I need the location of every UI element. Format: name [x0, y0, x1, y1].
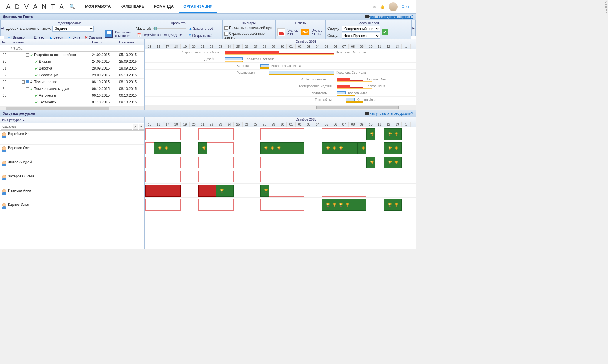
workload-cell[interactable]: 🏆 — [216, 185, 234, 197]
gantt-help-link[interactable]: как спланировать проект? — [365, 15, 413, 19]
workload-cell[interactable] — [260, 171, 304, 182]
workload-cell[interactable]: 🏆🏆 — [154, 142, 181, 154]
task-hscroll[interactable] — [0, 106, 144, 110]
resource-row[interactable]: Карпов Илья24161284 — [0, 201, 144, 215]
goto-today-button[interactable]: 📅Перейти к текущей дате — [136, 32, 186, 38]
workload-cell[interactable]: 🏆🏆🏆 — [260, 142, 304, 154]
task-row[interactable]: 34-✔Тестирование модуля06.10.201508.10.2… — [0, 85, 144, 92]
workload-cell[interactable] — [322, 185, 366, 197]
task-row[interactable]: 33-4. Тестирование06.10.201508.10.2015 — [0, 79, 144, 85]
save-button[interactable]: Сохранить изменения — [114, 30, 131, 38]
task-row[interactable]: 35✔Автотесты06.10.201506.10.2015 — [0, 92, 144, 99]
col-num[interactable]: № — [0, 39, 9, 45]
hide-completed-checkbox[interactable]: Скрыть завершённые задачи — [224, 32, 273, 40]
username[interactable]: Олег — [402, 5, 410, 9]
gantt-bar[interactable] — [225, 51, 334, 54]
like-icon[interactable]: 👍 — [380, 5, 385, 9]
workload-cell[interactable]: 🏆🏆🏆🏆 — [322, 199, 366, 211]
timeline-hscroll[interactable] — [145, 105, 416, 110]
gantt-bar[interactable] — [337, 78, 363, 81]
expand-icon[interactable]: - — [26, 53, 29, 57]
gantt-area: № Название Начало Окончание 29-✔Разработ… — [0, 39, 416, 110]
workload-cell[interactable] — [198, 128, 234, 140]
baseline-top-select[interactable]: Оперативный план — [342, 26, 380, 32]
task-row[interactable]: 31✔Верстка28.09.201528.09.2015 — [0, 65, 144, 72]
task-row[interactable]: 32✔Реализация29.09.201505.10.2015 — [0, 72, 144, 79]
workload-cell[interactable] — [260, 128, 304, 140]
expand-icon[interactable]: - — [22, 80, 25, 84]
workload-cell[interactable] — [260, 199, 304, 211]
collapse-all-button[interactable]: ▲Закрыть всё — [187, 26, 214, 31]
toolbar-scroll-right[interactable]: ► — [411, 20, 416, 36]
workload-cell[interactable] — [198, 171, 234, 182]
workload-cell[interactable] — [145, 171, 181, 182]
col-end[interactable]: Окончание — [117, 39, 144, 45]
nav-организация[interactable]: ОРГАНИЗАЦИЯ — [179, 1, 217, 13]
workload-cell[interactable]: 🏆 — [260, 185, 269, 197]
task-search-input[interactable] — [9, 45, 144, 51]
task-row[interactable]: 29-✔Разработка интерфейсов24.09.201505.1… — [0, 52, 144, 58]
workload-cell[interactable] — [145, 199, 181, 211]
resource-name-col[interactable]: Имя ресурса ▲ — [0, 117, 144, 123]
task-row[interactable]: 30✔Дизайн24.09.201525.09.2015 — [0, 58, 144, 65]
element-type-select[interactable]: Задача — [52, 26, 94, 32]
toolbar-scroll-left[interactable]: ◄ — [0, 20, 4, 36]
nav-команда[interactable]: КОМАНДА — [150, 1, 178, 13]
workload-cell[interactable] — [269, 185, 304, 197]
workload-cell[interactable] — [145, 142, 154, 154]
workload-cell[interactable]: 🏆🏆 — [384, 128, 402, 140]
avatar[interactable] — [389, 2, 398, 11]
resource-row[interactable]: Воронов Олег24161284 — [0, 145, 144, 159]
gantt-bar[interactable] — [269, 71, 334, 74]
workload-cell[interactable]: 🏆🏆 — [384, 199, 402, 211]
expand-all-button[interactable]: ▽Открыть всё — [187, 33, 214, 38]
workload-cell[interactable] — [322, 171, 366, 182]
col-name[interactable]: Название — [9, 39, 90, 45]
baseline-bottom-select[interactable]: Факт-Прогноз — [342, 33, 380, 39]
resources-help-link[interactable]: как управлять ресурсами? — [365, 111, 413, 116]
gantt-bar[interactable] — [346, 98, 355, 101]
resource-row[interactable]: Жуков Андрей24161284 — [0, 159, 144, 173]
search-icon[interactable]: 🔍 — [69, 4, 75, 9]
col-start[interactable]: Начало — [90, 39, 117, 45]
workload-cell[interactable]: 🏆 — [366, 157, 375, 168]
gantt-bar[interactable] — [337, 91, 346, 94]
workload-cell[interactable] — [198, 199, 234, 211]
workload-cell[interactable] — [198, 185, 216, 197]
apply-baseline-button[interactable]: ✔ — [382, 29, 388, 35]
workload-cell[interactable] — [322, 157, 366, 168]
workload-cell[interactable] — [145, 157, 181, 168]
workload-cell[interactable] — [322, 128, 366, 140]
mail-icon[interactable]: ✉ — [373, 5, 376, 9]
day-cell: 22 — [207, 122, 216, 127]
gantt-bar[interactable] — [337, 85, 363, 88]
workload-cell[interactable]: 🏆🏆🏆 — [322, 142, 357, 154]
critical-path-checkbox[interactable]: Показать критический путь — [224, 26, 273, 30]
workload-cell[interactable]: 🏆 — [366, 128, 375, 140]
resource-row[interactable]: Иванова Анна24161284 — [0, 187, 144, 201]
clear-filter-button[interactable]: × — [133, 124, 138, 130]
nav-моя работа[interactable]: МОЯ РАБОТА — [81, 1, 115, 13]
resources-timeline: Октябрь 2015 151617181920212223242526272… — [145, 117, 416, 249]
filter-dropdown-button[interactable]: ▾ — [139, 124, 144, 130]
workload-cell[interactable] — [145, 128, 181, 140]
resource-row[interactable]: Захарова Ольга24161284 — [0, 173, 144, 187]
workload-cell[interactable]: 🏆 — [198, 142, 207, 154]
workload-cell[interactable]: 🏆🏆 — [384, 142, 402, 154]
export-pdf-button[interactable]: Экспорт в PDF — [286, 28, 299, 36]
resource-filter-input[interactable] — [1, 124, 132, 130]
workload-cell[interactable] — [198, 157, 234, 168]
task-row[interactable]: 36✔Тест-кейсы07.10.201508.10.2015 — [0, 99, 144, 106]
expand-icon[interactable]: - — [26, 87, 29, 90]
scale-slider[interactable] — [153, 28, 186, 29]
workload-cell[interactable] — [207, 142, 234, 154]
workload-cell[interactable]: 🏆🏆 — [384, 157, 402, 168]
nav-календарь[interactable]: КАЛЕНДАРЬ — [116, 1, 149, 13]
workload-cell[interactable]: 🏆 — [357, 142, 366, 154]
resource-row[interactable]: Воробьев Илья24161284 — [0, 131, 144, 145]
workload-cell[interactable] — [260, 157, 304, 168]
workload-cell[interactable] — [145, 185, 181, 197]
gantt-bar[interactable] — [260, 64, 269, 67]
gantt-bar[interactable] — [225, 57, 243, 60]
export-png-button[interactable]: Экспорт в PNG — [310, 28, 323, 36]
